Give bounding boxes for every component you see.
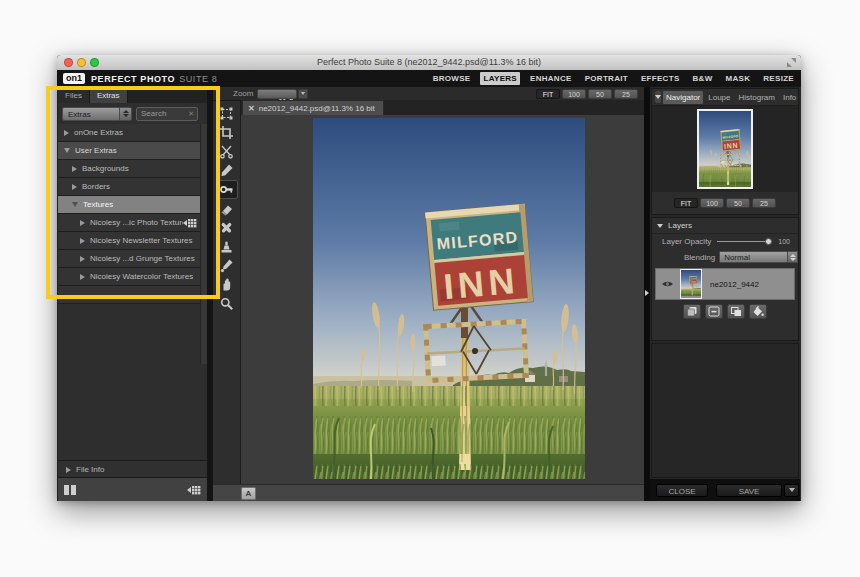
nav-100-button[interactable]: 100 bbox=[700, 198, 724, 208]
tab-navigator[interactable]: Navigator bbox=[663, 91, 703, 104]
resize-grip-icon[interactable] bbox=[787, 58, 796, 67]
extras-tree: onOne Extras User Extras Backgrounds Bor… bbox=[58, 124, 201, 304]
right-panel-empty-area bbox=[651, 343, 799, 478]
module-tab-enhance[interactable]: ENHANCE bbox=[527, 72, 575, 85]
module-tab-browse[interactable]: BROWSE bbox=[430, 72, 474, 85]
opacity-slider-knob[interactable] bbox=[765, 238, 772, 245]
tree-item-user-extras[interactable]: User Extras bbox=[58, 142, 201, 160]
tree-item-borders[interactable]: Borders bbox=[58, 178, 201, 196]
layer-thumbnail bbox=[680, 269, 702, 299]
extras-category-dropdown[interactable]: Extras bbox=[62, 107, 120, 121]
navigator-preview[interactable] bbox=[652, 106, 798, 192]
nav-50-button[interactable]: 50 bbox=[726, 198, 750, 208]
left-panel-tabs: Files Extras bbox=[58, 87, 207, 103]
tree-empty-row bbox=[58, 286, 201, 304]
chevron-right-icon bbox=[72, 184, 77, 190]
module-tab-resize[interactable]: RESIZE bbox=[760, 72, 797, 85]
left-panel-bottom-bar bbox=[58, 477, 207, 501]
chevron-right-icon bbox=[80, 256, 85, 262]
column-view-icon[interactable] bbox=[64, 485, 76, 495]
zoom-100-button[interactable]: 100 bbox=[562, 89, 586, 99]
module-tab-layers[interactable]: LAYERS bbox=[480, 72, 520, 85]
zoom-dropdown-icon[interactable] bbox=[298, 89, 308, 99]
chevron-right-icon bbox=[80, 238, 85, 244]
tab-extras[interactable]: Extras bbox=[90, 88, 128, 103]
delete-layer-button[interactable] bbox=[705, 304, 723, 319]
transform-tool[interactable] bbox=[216, 104, 238, 123]
zoom-label: Zoom bbox=[233, 89, 253, 98]
nav-fit-button[interactable]: FIT bbox=[674, 198, 698, 208]
tab-files[interactable]: Files bbox=[58, 88, 90, 103]
opacity-slider[interactable] bbox=[717, 241, 772, 242]
trim-tool[interactable] bbox=[216, 142, 238, 161]
blending-stepper[interactable] bbox=[788, 251, 798, 263]
tree-item-nicolesy-newsletter-textures[interactable]: Nicolesy Newsletter Textures bbox=[58, 232, 201, 250]
tab-histogram[interactable]: Histogram bbox=[736, 91, 778, 104]
clone-stamp-tool[interactable] bbox=[216, 237, 238, 256]
window-title: Perfect Photo Suite 8 (ne2012_9442.psd@1… bbox=[57, 55, 801, 70]
navigator-collapse-button[interactable] bbox=[655, 91, 661, 103]
save-options-dropdown[interactable] bbox=[784, 484, 799, 497]
chevron-down-icon bbox=[657, 224, 663, 228]
layers-header[interactable]: Layers bbox=[652, 218, 798, 234]
window-titlebar[interactable]: Perfect Photo Suite 8 (ne2012_9442.psd@1… bbox=[57, 55, 801, 71]
tab-loupe[interactable]: Loupe bbox=[705, 91, 733, 104]
module-tab-portrait[interactable]: PORTRAIT bbox=[582, 72, 631, 85]
module-tab-effects[interactable]: EFFECTS bbox=[638, 72, 683, 85]
pan-tool[interactable] bbox=[216, 275, 238, 294]
retouch-brush-tool[interactable] bbox=[216, 218, 238, 237]
layers-section: Layers Layer Opacity 100 Blending Normal bbox=[651, 217, 799, 341]
module-tab-mask[interactable]: MASK bbox=[723, 72, 754, 85]
brand-suffix: SUITE 8 bbox=[179, 74, 217, 84]
tree-item-onone-extras[interactable]: onOne Extras bbox=[58, 124, 201, 142]
navigator-zoom-presets: FIT 100 50 25 bbox=[652, 192, 798, 214]
opacity-value: 100 bbox=[778, 238, 790, 245]
zoom-50-button[interactable]: 50 bbox=[588, 89, 612, 99]
search-input[interactable] bbox=[137, 109, 188, 118]
grid-view-icon[interactable] bbox=[187, 485, 201, 495]
tree-item-nicolesy-watercolor-textures[interactable]: Nicolesy Watercolor Textures bbox=[58, 268, 201, 286]
layer-action-buttons bbox=[652, 304, 798, 319]
document-tab-title: ne2012_9442.psd@11.3% 16 bit bbox=[259, 104, 375, 113]
grid-view-icon[interactable] bbox=[183, 218, 197, 228]
desktop-background: Perfect Photo Suite 8 (ne2012_9442.psd@1… bbox=[0, 0, 860, 577]
fit-button[interactable]: FIT bbox=[536, 89, 560, 99]
tab-info[interactable]: Info bbox=[780, 91, 799, 104]
file-info-row[interactable]: File Info bbox=[58, 460, 207, 478]
zoom-25-button[interactable]: 25 bbox=[614, 89, 638, 99]
tab-close-icon[interactable]: ✕ bbox=[248, 104, 255, 113]
tree-item-backgrounds[interactable]: Backgrounds bbox=[58, 160, 201, 178]
perfect-eraser-tool[interactable] bbox=[216, 199, 238, 218]
nav-25-button[interactable]: 25 bbox=[752, 198, 776, 208]
save-button[interactable]: SAVE bbox=[716, 484, 782, 497]
module-nav: BROWSE LAYERS ENHANCE PORTRAIT EFFECTS B… bbox=[430, 72, 797, 85]
chevron-right-icon bbox=[80, 220, 85, 226]
fill-bucket-button[interactable] bbox=[749, 304, 767, 319]
masking-brush-tool[interactable] bbox=[216, 161, 238, 180]
chevron-right-icon bbox=[66, 467, 71, 473]
red-eye-brush-tool[interactable] bbox=[216, 256, 238, 275]
layer-row-ne2012-9442[interactable]: ne2012_9442 bbox=[655, 268, 795, 300]
merge-layers-button[interactable] bbox=[727, 304, 745, 319]
navigator-section: Navigator Loupe Histogram Info FIT 100 5… bbox=[651, 88, 799, 215]
blending-dropdown[interactable]: Normal bbox=[719, 251, 788, 263]
tree-scrollbar[interactable] bbox=[200, 124, 207, 364]
canvas-area[interactable] bbox=[241, 115, 644, 484]
document-tab[interactable]: ✕ ne2012_9442.psd@11.3% 16 bit bbox=[242, 100, 384, 115]
search-clear-icon[interactable]: ✕ bbox=[188, 110, 197, 118]
module-tab-bw[interactable]: B&W bbox=[690, 72, 716, 85]
crop-tool[interactable] bbox=[216, 123, 238, 142]
navigator-tab-row: Navigator Loupe Histogram Info bbox=[652, 89, 798, 106]
tree-item-nicolesy-photo-textures[interactable]: Nicolesy ...ic Photo Textures bbox=[58, 214, 201, 232]
zoom-value-field[interactable] bbox=[257, 89, 297, 99]
zoom-tool[interactable] bbox=[216, 294, 238, 313]
tree-item-nicolesy-grunge-textures[interactable]: Nicolesy ...d Grunge Textures bbox=[58, 250, 201, 268]
tree-item-textures[interactable]: Textures bbox=[58, 196, 201, 214]
auto-button[interactable]: A bbox=[241, 487, 256, 500]
extras-category-stepper[interactable] bbox=[120, 107, 132, 121]
left-panel: Files Extras Extras ✕ onOne Extras User … bbox=[58, 87, 207, 501]
close-button[interactable]: CLOSE bbox=[656, 484, 708, 497]
new-layer-button[interactable] bbox=[683, 304, 701, 319]
layer-visibility-eye-icon[interactable] bbox=[661, 279, 674, 289]
masking-bug-tool[interactable] bbox=[216, 180, 238, 199]
